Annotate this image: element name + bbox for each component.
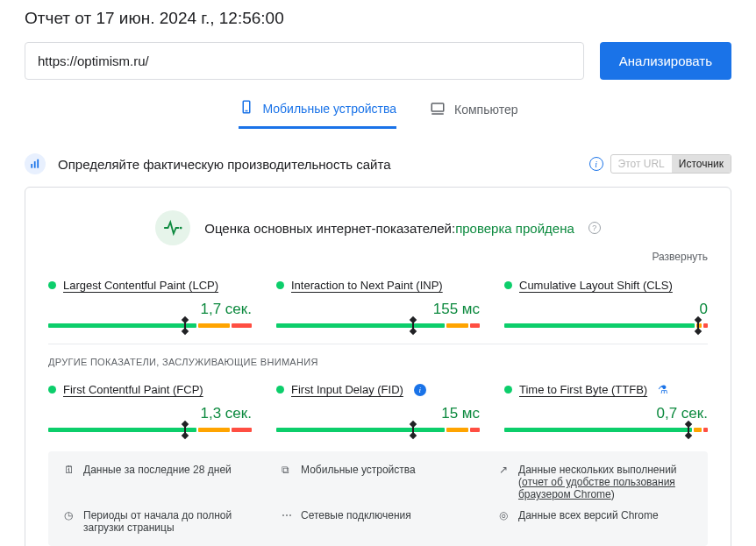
pulse-icon	[155, 210, 190, 245]
footer-mobile: Мобильные устройства	[301, 464, 416, 476]
metric-value: 1,7 сек.	[48, 301, 252, 318]
status-dot	[48, 386, 56, 394]
share-icon: ↗	[499, 464, 511, 476]
toggle-this-url[interactable]: Этот URL	[611, 155, 672, 173]
metric-bar	[48, 323, 252, 328]
url-row: Анализировать	[25, 42, 731, 80]
footer-period: Данные за последние 28 дней	[83, 464, 232, 476]
metric-bar	[276, 428, 480, 432]
core-metrics: Largest Contentful Paint (LCP)1,7 сек.In…	[48, 279, 708, 328]
other-metrics: First Contentful Paint (FCP)1,3 сек.Firs…	[48, 383, 708, 432]
mobile-icon	[239, 99, 254, 117]
desktop-icon	[430, 101, 446, 119]
metric-name[interactable]: Cumulative Layout Shift (CLS)	[519, 279, 673, 292]
metric-bar	[276, 323, 480, 328]
metric-bar	[504, 323, 708, 328]
footer-info: 🗓Данные за последние 28 дней ⧉Мобильные …	[48, 451, 708, 546]
assessment-text: Оценка основных интернет-показателей:про…	[204, 221, 574, 236]
svg-point-7	[180, 227, 182, 230]
section-title: Определяйте фактическую производительнос…	[58, 157, 577, 172]
metric-other-0: First Contentful Paint (FCP)1,3 сек.	[48, 383, 252, 432]
metric-name[interactable]: Largest Contentful Paint (LCP)	[63, 279, 218, 292]
metric-name[interactable]: Time to First Byte (TTFB)	[519, 383, 647, 396]
device-tabs: Мобильные устройства Компьютер	[25, 99, 731, 129]
calendar-icon: 🗓	[64, 464, 76, 476]
chrome-icon: ◎	[499, 509, 511, 521]
flask-icon: ⚗	[658, 383, 668, 396]
footer-network: Сетевые подключения	[301, 509, 411, 521]
footer-fullload: Периоды от начала до полной загрузки стр…	[83, 509, 257, 534]
other-heading: ДРУГИЕ ПОКАЗАТЕЛИ, ЗАСЛУЖИВАЮЩИЕ ВНИМАНИ…	[48, 357, 708, 367]
section-header: Определяйте фактическую производительнос…	[25, 153, 731, 174]
assessment: Оценка основных интернет-показателей:про…	[48, 210, 708, 245]
metric-value: 15 мс	[276, 405, 480, 422]
chrome-ux-link[interactable]: отчет об удобстве пользования браузером …	[518, 476, 675, 500]
metric-core-0: Largest Contentful Paint (LCP)1,7 сек.	[48, 279, 252, 328]
metric-value: 0,7 сек.	[504, 405, 708, 422]
tab-mobile[interactable]: Мобильные устройства	[239, 99, 397, 129]
expand-link[interactable]: Развернуть	[48, 251, 708, 263]
toggle-source[interactable]: Источник	[672, 155, 731, 173]
status-dot	[276, 281, 284, 289]
info-icon[interactable]: i	[414, 384, 426, 396]
footer-multi: Данные нескольких выполнений (отчет об у…	[518, 464, 692, 500]
tab-desktop[interactable]: Компьютер	[430, 99, 517, 129]
url-input[interactable]	[25, 42, 584, 80]
tab-label: Компьютер	[454, 103, 517, 117]
footer-chrome: Данные всех версий Chrome	[518, 509, 659, 521]
help-icon[interactable]: ?	[588, 222, 601, 234]
clock-icon: ◷	[64, 509, 76, 521]
metric-bar	[48, 428, 252, 432]
metric-other-1: First Input Delay (FID)i15 мс	[276, 383, 480, 432]
status-dot	[504, 386, 512, 394]
wifi-icon: ⋯	[282, 509, 294, 521]
metric-value: 155 мс	[276, 301, 480, 318]
status-dot	[48, 281, 56, 289]
metric-core-1: Interaction to Next Paint (INP)155 мс	[276, 279, 480, 328]
svg-rect-4	[31, 164, 32, 168]
svg-rect-6	[37, 160, 39, 168]
metric-value: 0	[504, 301, 708, 318]
metric-name[interactable]: First Contentful Paint (FCP)	[63, 383, 203, 396]
scope-toggle[interactable]: Этот URL Источник	[610, 154, 731, 174]
report-title: Отчет от 17 июн. 2024 г., 12:56:00	[25, 9, 731, 28]
svg-rect-2	[431, 103, 444, 111]
status-dot	[276, 386, 284, 394]
metrics-card: Оценка основных интернет-показателей:про…	[25, 187, 731, 546]
metric-name[interactable]: First Input Delay (FID)	[291, 383, 403, 396]
status-dot	[504, 281, 512, 289]
performance-icon	[25, 153, 46, 174]
tab-label: Мобильные устройства	[263, 102, 397, 116]
metric-other-2: Time to First Byte (TTFB)⚗0,7 сек.	[504, 383, 708, 432]
svg-rect-5	[34, 161, 36, 168]
metric-value: 1,3 сек.	[48, 405, 252, 422]
metric-name[interactable]: Interaction to Next Paint (INP)	[291, 279, 443, 292]
info-icon[interactable]: i	[589, 157, 603, 171]
metric-bar	[504, 428, 708, 432]
devices-icon: ⧉	[282, 464, 294, 476]
analyze-button[interactable]: Анализировать	[600, 42, 731, 80]
divider	[48, 344, 708, 344]
metric-core-2: Cumulative Layout Shift (CLS)0	[504, 279, 708, 328]
